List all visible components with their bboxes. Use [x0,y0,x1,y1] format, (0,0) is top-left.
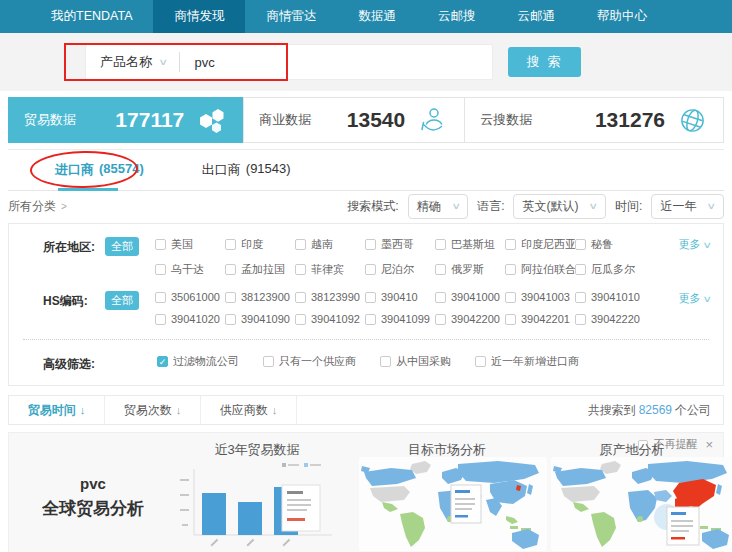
hs-checkbox[interactable]: 39041010 [575,291,645,303]
hs-checkbox-grid: 35061000 38123900 38123990 390410 390410… [155,291,645,325]
checkbox-icon [435,292,446,303]
checkbox-label: 39042200 [451,313,500,325]
more-label: 更多 [678,291,700,306]
checkbox-label: 孟加拉国 [241,262,285,277]
stat-trade-data[interactable]: 贸易数据 177117 [8,97,244,143]
region-checkbox[interactable]: 印度尼西亚 [505,237,575,252]
hs-checkbox[interactable]: 39041000 [435,291,505,303]
advanced-checkbox-buy-from-china[interactable]: 从中国采购 [380,354,451,369]
search-field-label: 产品名称 [100,53,152,71]
region-checkbox[interactable]: 秘鲁 [575,237,645,252]
result-suffix: 个公司 [675,403,711,417]
region-checkbox[interactable]: 墨西哥 [365,237,435,252]
close-icon[interactable]: × [705,438,713,451]
sort-by-supplier-count[interactable]: 供应商数 ↓ [201,396,297,424]
search-input[interactable] [180,55,492,70]
hs-checkbox[interactable]: 35061000 [155,291,225,303]
checkbox-icon [365,314,376,325]
checkbox-label: 菲律宾 [311,262,344,277]
search-field-select[interactable]: 产品名称 ∨ [86,53,179,71]
stat-cloud-search-data[interactable]: 云搜数据 131276 [464,97,724,143]
region-more-link[interactable]: 更多 ∨ [678,237,711,252]
advanced-checkbox-single-supplier[interactable]: 只有一个供应商 [263,354,356,369]
all-categories-link[interactable]: 所有分类 > [8,198,67,215]
nav-item-business-radar[interactable]: 商情雷达 [245,0,337,33]
promo-product: pvc [23,475,163,492]
tab-exporters[interactable]: 出口商 (91543) [202,161,291,179]
checkbox-icon [155,239,166,250]
checkbox-label: 近一年新增进口商 [491,354,579,369]
region-checkbox[interactable]: 阿拉伯联合... [505,262,575,277]
hs-checkbox[interactable]: 38123900 [225,291,295,303]
region-checkbox[interactable]: 印度 [225,237,295,252]
promo-title: 全球贸易分析 [23,497,163,520]
checkbox-icon [155,292,166,303]
sort-label: 供应商数 [220,402,268,419]
region-checkbox[interactable]: 尼泊尔 [365,262,435,277]
region-checkbox[interactable]: 美国 [155,237,225,252]
all-categories-label: 所有分类 [8,198,56,215]
time-select[interactable]: 近一年 ∨ [651,194,724,219]
region-label: 所在地区: [43,237,105,256]
checkbox-label: 印度尼西亚 [521,237,575,252]
checkbox-label: 从中国采购 [396,354,451,369]
chevron-down-icon: ∨ [703,294,713,304]
checkbox-label: 39042201 [521,313,570,325]
hs-checkbox[interactable]: 390410 [365,291,435,303]
more-label: 更多 [678,237,700,252]
chevron-down-icon: ∨ [703,240,713,250]
arrow-down-icon: ↓ [176,404,182,416]
hs-checkbox[interactable]: 38123990 [295,291,365,303]
advanced-checkbox-filter-logistics[interactable]: 过滤物流公司 [157,354,239,369]
region-checkbox[interactable]: 乌干达 [155,262,225,277]
stat-label: 云搜数据 [480,111,532,129]
hs-checkbox[interactable]: 39041020 [155,313,225,325]
nav-item-my-tendata[interactable]: 我的TENDATA [30,0,153,33]
checkbox-icon [505,264,516,275]
language-select[interactable]: 英文(默认) ∨ [513,194,606,219]
hs-checkbox[interactable]: 39041090 [225,313,295,325]
region-checkbox[interactable]: 孟加拉国 [225,262,295,277]
region-checkbox[interactable]: 菲律宾 [295,262,365,277]
search-button[interactable]: 搜 索 [508,47,581,77]
hs-checkbox[interactable]: 39042200 [435,313,505,325]
tab-importers[interactable]: 进口商 (85574) [55,161,144,179]
region-checkbox[interactable]: 俄罗斯 [435,262,505,277]
chevron-down-icon: ∨ [451,201,461,211]
hs-code-filter-row: HS编码: 全部 35061000 38123900 38123990 3904… [9,291,723,325]
checkbox-icon [295,239,306,250]
sort-by-trade-time[interactable]: 贸易时间 ↓ [9,396,105,424]
hs-checkbox[interactable]: 39041092 [295,313,365,325]
nav-item-cloud-mail-pass[interactable]: 云邮通 [496,0,576,33]
region-checkbox[interactable]: 越南 [295,237,365,252]
sort-by-trade-count[interactable]: 贸易次数 ↓ [105,396,201,424]
stat-value: 13540 [347,108,405,132]
hs-all-button[interactable]: 全部 [105,291,139,310]
nav-item-business-discovery[interactable]: 商情发现 [153,0,245,33]
region-checkbox[interactable]: 巴基斯坦 [435,237,505,252]
chevron-down-icon: ∨ [589,201,599,211]
nav-item-cloud-mail-search[interactable]: 云邮搜 [417,0,497,33]
checkbox-label: 过滤物流公司 [173,354,239,369]
advanced-checkbox-new-importers[interactable]: 近一年新增进口商 [475,354,579,369]
search-mode-select[interactable]: 精确 ∨ [408,194,469,219]
arrow-down-icon: ↓ [272,404,278,416]
checkbox-label: 美国 [171,237,193,252]
region-all-button[interactable]: 全部 [105,237,139,256]
hs-checkbox[interactable]: 39041003 [505,291,575,303]
region-checkbox[interactable]: 厄瓜多尔 [575,262,645,277]
checkbox-icon [575,264,586,275]
checkbox-icon [505,239,516,250]
nav-item-help-center[interactable]: 帮助中心 [576,0,668,33]
hs-checkbox[interactable]: 39041099 [365,313,435,325]
hs-checkbox[interactable]: 39042220 [575,313,645,325]
hs-checkbox[interactable]: 39042201 [505,313,575,325]
nav-item-data-pass[interactable]: 数据通 [337,0,417,33]
checkbox-icon [575,239,586,250]
tab-label: 出口商 [202,161,241,179]
hs-more-link[interactable]: 更多 ∨ [678,291,711,306]
checkbox-label: 越南 [311,237,333,252]
analysis-promo-panel: 不再提醒 × 近3年贸易数据 目标市场分析 原产地分析 pvc 全球贸易分析 [8,432,724,552]
checkbox-icon [475,356,486,367]
stat-business-data[interactable]: 商业数据 13540 [243,97,465,143]
